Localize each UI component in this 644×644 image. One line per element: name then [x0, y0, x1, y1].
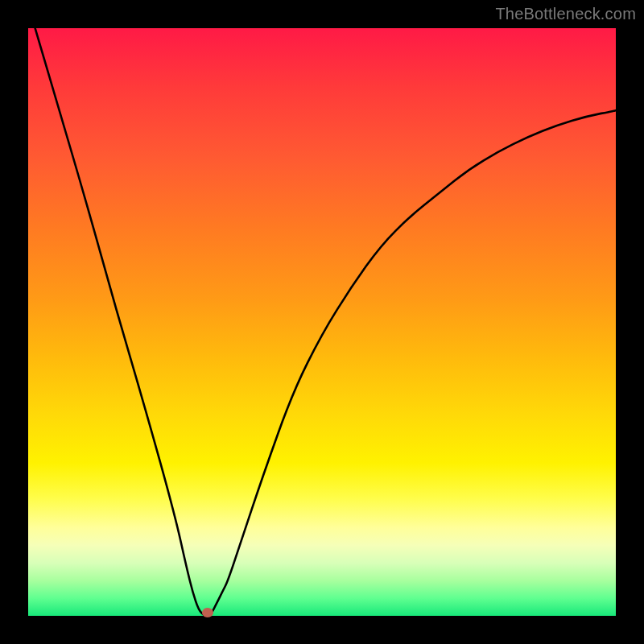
watermark-label: TheBottleneck.com [495, 5, 636, 23]
plot-area [28, 28, 616, 616]
min-marker-dot [202, 608, 213, 617]
curve-layer [28, 28, 616, 616]
chart-frame: TheBottleneck.com [0, 0, 644, 644]
bottleneck-curve-path [28, 28, 616, 616]
